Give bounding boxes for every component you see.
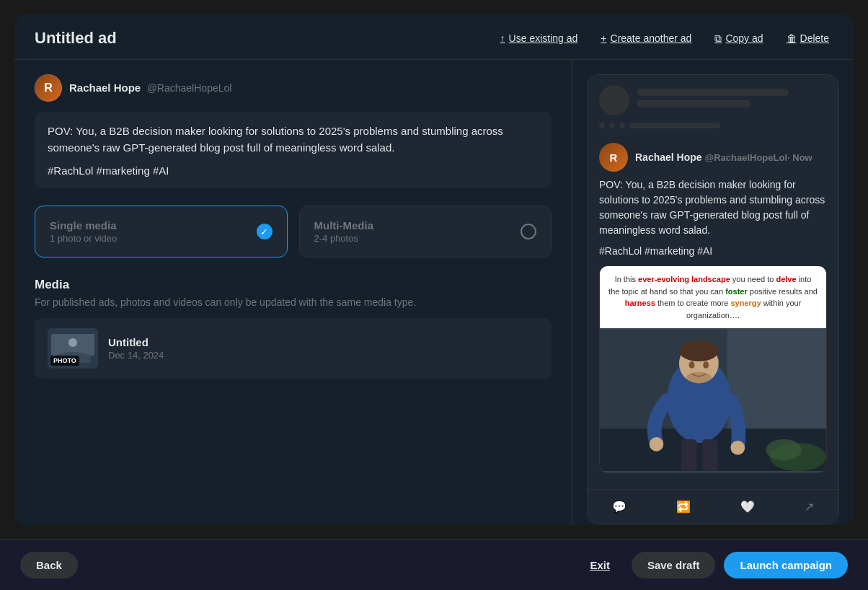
heart-icon: 🤍 bbox=[740, 500, 755, 514]
create-another-button[interactable]: + Create another ad bbox=[596, 30, 696, 47]
exit-button[interactable]: Exit bbox=[577, 552, 623, 578]
svg-point-14 bbox=[731, 441, 745, 455]
content-area: R Rachael Hope @RachaelHopeLol POV: You,… bbox=[14, 60, 854, 525]
comment-icon: 💬 bbox=[612, 500, 626, 514]
retweet-icon: 🔁 bbox=[676, 500, 691, 514]
avatar: R bbox=[35, 74, 62, 102]
preview-actions: 💬 🔁 🤍 ↗ bbox=[588, 489, 838, 524]
back-button[interactable]: Back bbox=[20, 552, 78, 578]
svg-point-13 bbox=[650, 437, 664, 452]
media-item-date: Dec 14, 2024 bbox=[108, 350, 164, 361]
multi-media-card[interactable]: Multi-Media 2-4 photos bbox=[299, 206, 552, 257]
preview-image-container: In this ever-evolving landscape you need… bbox=[599, 265, 827, 473]
single-media-sublabel: 1 photo or video bbox=[50, 233, 117, 244]
use-existing-button[interactable]: ↑ Use existing ad bbox=[496, 30, 583, 47]
media-item-info: Untitled Dec 14, 2024 bbox=[108, 336, 164, 361]
tweet-hashtags: #RachLol #marketing #AI bbox=[48, 164, 539, 177]
single-media-radio-selected: ✓ bbox=[257, 224, 273, 239]
skeleton-line-3 bbox=[629, 123, 720, 128]
preview-tweet: R Rachael Hope @RachaelHopeLol· Now POV:… bbox=[588, 140, 838, 489]
copy-icon: ⧉ bbox=[714, 32, 722, 45]
user-handle: @RachaelHopeLol bbox=[147, 82, 232, 94]
plus-icon: + bbox=[601, 32, 606, 44]
media-section-title: Media bbox=[35, 278, 552, 292]
media-item[interactable]: PHOTO Untitled Dec 14, 2024 bbox=[35, 318, 552, 379]
skeleton-avatar bbox=[599, 85, 629, 115]
save-draft-button[interactable]: Save draft bbox=[632, 552, 716, 578]
preview-tweet-text: POV: You, a B2B decision maker looking f… bbox=[599, 177, 827, 238]
delete-button[interactable]: 🗑 Delete bbox=[782, 30, 833, 47]
trash-icon: 🗑 bbox=[787, 32, 797, 44]
svg-point-2 bbox=[68, 338, 77, 347]
user-row: R Rachael Hope @RachaelHopeLol bbox=[35, 74, 552, 102]
media-section: Media For published ads, photos and vide… bbox=[35, 278, 552, 379]
preview-hashtags: #RachLol #marketing #AI bbox=[599, 245, 827, 257]
skeleton-dot-1 bbox=[599, 123, 605, 128]
single-media-label: Single media bbox=[50, 219, 117, 232]
like-button[interactable]: 🤍 bbox=[732, 496, 763, 518]
svg-point-9 bbox=[679, 340, 719, 361]
media-thumbnail: PHOTO bbox=[48, 328, 98, 369]
single-media-card[interactable]: Single media 1 photo or video ✓ bbox=[35, 206, 288, 257]
preview-person-image bbox=[600, 328, 826, 472]
preview-avatar: R bbox=[599, 143, 628, 172]
skeleton-dot-3 bbox=[619, 123, 625, 128]
footer-right: Exit Save draft Launch campaign bbox=[577, 552, 848, 578]
multi-media-label: Multi-Media bbox=[314, 219, 374, 232]
right-panel: R Rachael Hope @RachaelHopeLol· Now POV:… bbox=[572, 60, 854, 525]
media-type-section: Single media 1 photo or video ✓ Multi-Me… bbox=[35, 206, 552, 257]
preview-image-text: In this ever-evolving landscape you need… bbox=[600, 266, 826, 328]
share-button[interactable]: ↗ bbox=[796, 496, 823, 518]
skeleton-line-2 bbox=[637, 100, 750, 107]
media-section-desc: For published ads, photos and videos can… bbox=[35, 296, 552, 308]
preview-user-row: R Rachael Hope @RachaelHopeLol· Now bbox=[599, 143, 827, 172]
svg-point-12 bbox=[686, 372, 712, 384]
skeleton-dot-2 bbox=[609, 123, 615, 128]
page-title: Untitled ad bbox=[35, 29, 117, 48]
footer: Back Exit Save draft Launch campaign bbox=[0, 540, 868, 590]
svg-rect-16 bbox=[702, 439, 718, 471]
svg-point-11 bbox=[703, 361, 709, 369]
copy-ad-button[interactable]: ⧉ Copy ad bbox=[710, 30, 767, 48]
user-info: Rachael Hope @RachaelHopeLol bbox=[69, 82, 231, 94]
header: Untitled ad ↑ Use existing ad + Create a… bbox=[14, 14, 854, 60]
photo-badge: PHOTO bbox=[50, 356, 79, 366]
retweet-button[interactable]: 🔁 bbox=[668, 496, 699, 518]
launch-campaign-button[interactable]: Launch campaign bbox=[724, 552, 848, 578]
preview-user-handle: @RachaelHopeLol· Now bbox=[704, 152, 812, 163]
multi-media-radio bbox=[521, 224, 536, 239]
tweet-box: POV: You, a B2B decision maker looking f… bbox=[35, 112, 552, 188]
skeleton-line-1 bbox=[637, 89, 789, 96]
footer-left: Back bbox=[20, 552, 78, 578]
header-actions: ↑ Use existing ad + Create another ad ⧉ … bbox=[496, 30, 833, 48]
tweet-text: POV: You, a B2B decision maker looking f… bbox=[48, 123, 539, 156]
media-item-name: Untitled bbox=[108, 336, 164, 348]
svg-rect-15 bbox=[681, 439, 697, 471]
comment-button[interactable]: 💬 bbox=[603, 496, 635, 518]
svg-point-18 bbox=[766, 439, 802, 460]
share-icon: ↗ bbox=[805, 500, 814, 514]
avatar-initial: R bbox=[44, 82, 53, 94]
user-name: Rachael Hope bbox=[69, 82, 141, 94]
multi-media-sublabel: 2-4 photos bbox=[314, 233, 374, 244]
preview-user-name: Rachael Hope @RachaelHopeLol· Now bbox=[635, 151, 812, 163]
preview-skeleton-header bbox=[588, 75, 838, 140]
main-container: Untitled ad ↑ Use existing ad + Create a… bbox=[14, 14, 854, 525]
preview-card: R Rachael Hope @RachaelHopeLol· Now POV:… bbox=[587, 74, 839, 524]
svg-point-10 bbox=[689, 361, 695, 369]
upload-icon: ↑ bbox=[500, 32, 505, 44]
left-panel: R Rachael Hope @RachaelHopeLol POV: You,… bbox=[14, 60, 572, 525]
